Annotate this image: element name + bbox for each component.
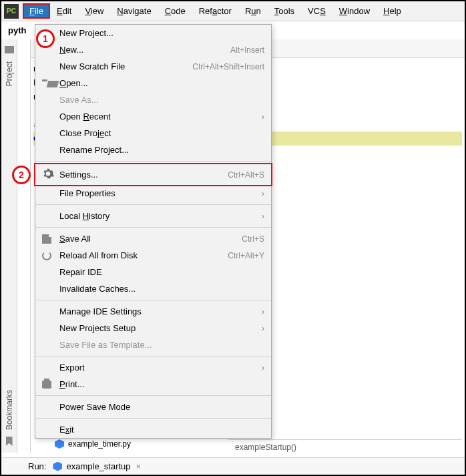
menu-shortcut: Alt+Insert <box>230 45 264 55</box>
breadcrumb-function: exampleStartup() <box>228 439 462 455</box>
menu-shortcut: Ctrl+Alt+Shift+Insert <box>192 62 264 71</box>
menu-item-rename-project[interactable]: Rename Project... <box>35 142 271 158</box>
menu-window[interactable]: Window <box>332 3 377 19</box>
menu-view[interactable]: View <box>78 3 110 19</box>
menu-item-label: Save As... <box>59 95 264 105</box>
menu-item-print[interactable]: Print... <box>35 376 271 393</box>
menu-item-label: Repair IDE <box>59 267 264 277</box>
run-tool-bar[interactable]: Run: example_startup × <box>1 457 465 475</box>
menu-item-label: New Project... <box>59 28 264 38</box>
menu-item-label: Invalidate Caches... <box>59 284 264 294</box>
menu-item-local-history[interactable]: Local History› <box>35 208 271 224</box>
menu-navigate[interactable]: Navigate <box>110 3 158 19</box>
menu-item-new-project[interactable]: New Project... <box>35 25 271 41</box>
menu-item-reload-all-from-disk[interactable]: Reload All from DiskCtrl+Alt+Y <box>35 247 271 264</box>
bookmarks-tool-icon[interactable] <box>6 437 13 446</box>
menubar: PC FileEditViewNavigateCodeRefactorRunTo… <box>1 1 465 21</box>
menu-item-power-save-mode[interactable]: Power Save Mode <box>35 399 271 415</box>
menu-tools[interactable]: Tools <box>268 3 301 19</box>
menu-item-label: Rename Project... <box>59 145 264 155</box>
project-tree[interactable] <box>17 39 31 453</box>
file-name: example_timer.py <box>68 438 131 450</box>
submenu-arrow-icon: › <box>262 306 264 316</box>
menu-item-label: Open Recent <box>59 111 262 122</box>
app-icon: PC <box>4 4 19 19</box>
menu-shortcut: Ctrl+Alt+Y <box>228 251 264 260</box>
submenu-arrow-icon: › <box>262 323 264 333</box>
menu-item-label: New Projects Setup <box>59 323 262 333</box>
menu-item-label: Reload All from Disk <box>59 250 228 260</box>
menu-item-settings[interactable]: Settings...Ctrl+Alt+S <box>34 163 272 186</box>
menu-item-label: File Properties <box>59 188 262 198</box>
disk-icon <box>42 234 54 244</box>
menu-item-repair-ide[interactable]: Repair IDE <box>35 264 271 280</box>
menu-item-new-projects-setup[interactable]: New Projects Setup› <box>35 320 271 336</box>
print-icon <box>42 381 54 389</box>
menu-item-label: Manage IDE Settings <box>59 306 262 316</box>
submenu-arrow-icon: › <box>262 111 264 122</box>
run-config-name: example_startup <box>66 461 130 471</box>
menu-item-label: Print... <box>59 379 264 389</box>
menu-shortcut: Ctrl+S <box>242 234 264 244</box>
left-tool-strip: Project Bookmarks <box>1 39 17 453</box>
menu-run[interactable]: Run <box>238 3 268 19</box>
menu-code[interactable]: Code <box>158 3 192 19</box>
project-tool-icon[interactable] <box>5 46 14 53</box>
menu-item-label: Save File as Template... <box>59 340 264 350</box>
menu-item-manage-ide-settings[interactable]: Manage IDE Settings› <box>35 303 271 320</box>
menu-item-new-scratch-file[interactable]: New Scratch FileCtrl+Alt+Shift+Insert <box>35 58 271 75</box>
menu-item-label: Exit <box>59 425 264 435</box>
menu-item-save-file-as-template: Save File as Template... <box>35 336 271 353</box>
reload-icon <box>42 251 54 260</box>
menu-item-save-as: Save As... <box>35 91 271 108</box>
menu-item-open-recent[interactable]: Open Recent› <box>35 108 271 125</box>
menu-edit[interactable]: Edit <box>50 3 78 19</box>
menu-item-label: New... <box>59 45 230 55</box>
bookmarks-tool-label[interactable]: Bookmarks <box>5 390 14 430</box>
menu-item-label: Open... <box>59 78 264 88</box>
menu-item-save-all[interactable]: Save AllCtrl+S <box>35 230 271 247</box>
menu-item-invalidate-caches[interactable]: Invalidate Caches... <box>35 280 271 297</box>
menu-item-exit[interactable]: Exit <box>35 421 271 438</box>
menu-item-label: New Scratch File <box>59 61 192 71</box>
project-tool-label[interactable]: Project <box>5 61 14 86</box>
callout-1: 1 <box>36 29 55 48</box>
submenu-arrow-icon: › <box>262 188 264 198</box>
menu-shortcut: Ctrl+Alt+S <box>228 170 264 180</box>
file-entry[interactable]: example_timer.py <box>55 438 131 450</box>
menu-help[interactable]: Help <box>377 3 408 19</box>
menu-item-close-project[interactable]: Close Project <box>35 125 271 142</box>
gear-icon <box>42 168 54 182</box>
menu-item-new[interactable]: New...Alt+Insert <box>35 41 271 58</box>
menu-vcs[interactable]: VCS <box>301 3 332 19</box>
menu-item-label: Export <box>59 363 262 373</box>
menu-item-file-properties[interactable]: File Properties› <box>35 185 271 202</box>
menu-item-open[interactable]: Open... <box>35 75 271 91</box>
menu-item-label: Close Project <box>59 128 264 138</box>
callout-2: 2 <box>12 166 31 184</box>
menu-item-export[interactable]: Export› <box>35 359 271 376</box>
menu-item-label: Save All <box>59 234 242 244</box>
menu-file[interactable]: File <box>23 3 50 19</box>
menu-item-label: Settings... <box>59 170 228 180</box>
submenu-arrow-icon: › <box>262 211 264 221</box>
folder-open-icon <box>42 79 54 87</box>
run-close-icon[interactable]: × <box>136 461 142 471</box>
python-file-icon <box>53 462 62 471</box>
submenu-arrow-icon: › <box>262 363 264 373</box>
menu-item-label: Power Save Mode <box>59 402 264 412</box>
menu-item-label: Local History <box>59 211 262 221</box>
run-label: Run: <box>28 461 46 471</box>
menu-refactor[interactable]: Refactor <box>192 3 238 19</box>
python-file-icon <box>55 439 64 449</box>
file-menu-dropdown: New Project...New...Alt+InsertNew Scratc… <box>35 24 272 439</box>
